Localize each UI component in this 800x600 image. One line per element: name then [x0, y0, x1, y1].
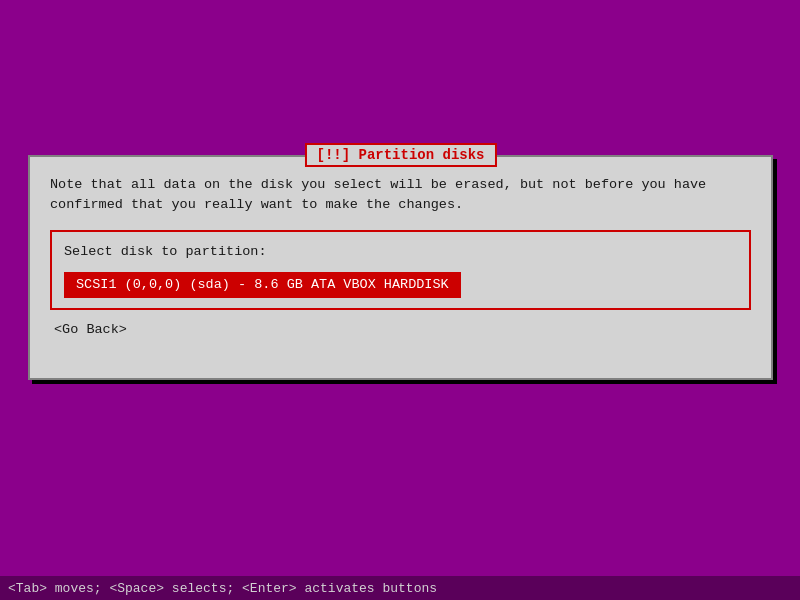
- select-label: Select disk to partition:: [64, 242, 737, 262]
- dialog-title: [!!] Partition disks: [304, 143, 496, 167]
- dialog-box: [!!] Partition disks Note that all data …: [28, 155, 773, 380]
- select-box: Select disk to partition: SCSI1 (0,0,0) …: [50, 230, 751, 311]
- note-text: Note that all data on the disk you selec…: [50, 175, 751, 216]
- disk-option[interactable]: SCSI1 (0,0,0) (sda) - 8.6 GB ATA VBOX HA…: [64, 272, 461, 298]
- status-bar: <Tab> moves; <Space> selects; <Enter> ac…: [0, 576, 800, 600]
- go-back-button[interactable]: <Go Back>: [54, 320, 751, 340]
- dialog-content: Note that all data on the disk you selec…: [30, 157, 771, 350]
